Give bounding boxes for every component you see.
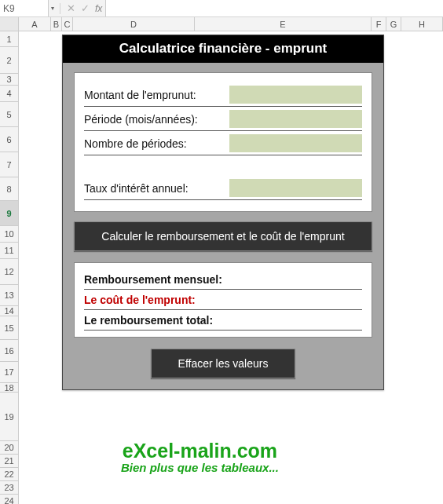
- row-header-12[interactable]: 12: [0, 259, 19, 285]
- worksheet: ABCDEFGH 1234567891011121314151617181920…: [0, 17, 443, 504]
- row-header-3[interactable]: 3: [0, 74, 19, 86]
- enter-icon[interactable]: ✓: [78, 2, 92, 14]
- grid-area[interactable]: Calculatrice financière - emprunt Montan…: [19, 31, 443, 504]
- calculate-button[interactable]: Calculer le remboursement et le coût de …: [74, 221, 372, 251]
- fx-icon[interactable]: fx: [95, 3, 102, 14]
- field-period: Période (mois/années):: [84, 107, 362, 131]
- total-label: Le remboursement total:: [84, 314, 213, 327]
- calculator-title: Calculatrice financière - emprunt: [63, 35, 383, 63]
- row-header-6[interactable]: 6: [0, 127, 19, 152]
- formula-bar: K9 ▾ ✕ ✓ fx: [0, 0, 443, 17]
- rate-input[interactable]: [229, 179, 362, 197]
- period-label: Période (mois/années):: [84, 113, 229, 126]
- count-label: Nombre de périodes:: [84, 137, 229, 150]
- calculator-card: Calculatrice financière - emprunt Montan…: [62, 35, 384, 390]
- column-header-C[interactable]: C: [62, 17, 73, 31]
- field-rate: Taux d'intérêt annuel:: [84, 176, 362, 200]
- row-header-9[interactable]: 9: [0, 201, 19, 226]
- column-header-D[interactable]: D: [73, 17, 195, 31]
- column-header-E[interactable]: E: [195, 17, 372, 31]
- row-header-1[interactable]: 1: [0, 31, 19, 47]
- name-box-value: K9: [3, 3, 15, 14]
- name-box-dropdown[interactable]: ▾: [49, 5, 57, 12]
- row-header-24[interactable]: 24: [0, 495, 19, 504]
- row-header-21[interactable]: 21: [0, 455, 19, 468]
- column-header-A[interactable]: A: [19, 17, 51, 31]
- name-box[interactable]: K9: [0, 0, 49, 16]
- separator: [60, 3, 60, 14]
- row-header-18[interactable]: 18: [0, 383, 19, 393]
- row-header-2[interactable]: 2: [0, 47, 19, 74]
- period-input[interactable]: [229, 110, 362, 128]
- row-header-17[interactable]: 17: [0, 362, 19, 383]
- column-header-F[interactable]: F: [372, 17, 386, 31]
- row-headers: 123456789101112131415161718192021222324: [0, 31, 19, 504]
- brand-footer: eXcel-malin.com Bien plus que les tablea…: [121, 441, 279, 473]
- cancel-icon[interactable]: ✕: [64, 2, 78, 14]
- row-header-22[interactable]: 22: [0, 468, 19, 481]
- amount-input[interactable]: [229, 86, 362, 104]
- row-header-5[interactable]: 5: [0, 102, 19, 127]
- row-header-4[interactable]: 4: [0, 86, 19, 102]
- amount-label: Montant de l'emprunut:: [84, 89, 229, 101]
- clear-button-row: Effacer les valeurs: [63, 347, 383, 389]
- row-header-8[interactable]: 8: [0, 177, 19, 201]
- outputs-panel: Remboursement mensuel: Le coût de l'empr…: [74, 262, 372, 338]
- rate-label: Taux d'intérêt annuel:: [84, 182, 229, 195]
- row-header-19[interactable]: 19: [0, 393, 19, 441]
- inputs-panel: Montant de l'emprunut: Période (mois/ann…: [74, 72, 372, 212]
- count-input[interactable]: [229, 134, 362, 152]
- output-total: Le remboursement total:: [84, 310, 362, 331]
- column-header-B[interactable]: B: [51, 17, 62, 31]
- row-header-20[interactable]: 20: [0, 441, 19, 455]
- row-header-10[interactable]: 10: [0, 226, 19, 243]
- row-header-11[interactable]: 11: [0, 243, 19, 259]
- row-header-7[interactable]: 7: [0, 152, 19, 177]
- row-header-16[interactable]: 16: [0, 340, 19, 362]
- row-header-15[interactable]: 15: [0, 316, 19, 340]
- formula-input[interactable]: [105, 0, 443, 16]
- column-header-G[interactable]: G: [386, 17, 401, 31]
- output-monthly: Remboursement mensuel:: [84, 269, 362, 290]
- select-all-corner[interactable]: [0, 17, 19, 31]
- calc-button-row: Calculer le remboursement et le coût de …: [74, 221, 372, 251]
- row-header-23[interactable]: 23: [0, 481, 19, 495]
- column-header-H[interactable]: H: [401, 17, 443, 31]
- monthly-label: Remboursement mensuel:: [84, 273, 222, 286]
- column-headers-row: ABCDEFGH: [0, 17, 443, 31]
- field-count: Nombre de périodes:: [84, 131, 362, 155]
- row-header-14[interactable]: 14: [0, 306, 19, 316]
- brand-line1: eXcel-malin.com: [121, 441, 279, 462]
- row-header-13[interactable]: 13: [0, 285, 19, 306]
- spacer: [84, 155, 362, 176]
- output-cost: Le coût de l'emprunt:: [84, 290, 362, 310]
- cost-label: Le coût de l'emprunt:: [84, 294, 196, 306]
- clear-button[interactable]: Effacer les valeurs: [151, 349, 296, 378]
- field-amount: Montant de l'emprunut:: [84, 82, 362, 107]
- brand-line2: Bien plus que les tableaux...: [121, 462, 279, 473]
